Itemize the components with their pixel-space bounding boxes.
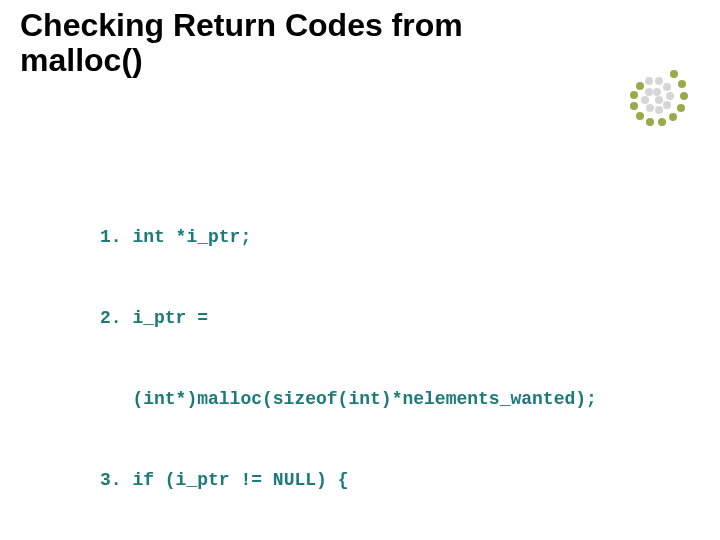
svg-point-13 [663, 83, 671, 91]
code-text: int *i_ptr; [132, 227, 251, 247]
svg-point-18 [641, 96, 649, 104]
code-line-1: 1. int *i_ptr; [100, 224, 660, 251]
svg-point-6 [646, 118, 654, 126]
svg-point-12 [655, 77, 663, 85]
svg-point-19 [645, 88, 653, 96]
line-number: 1. [100, 224, 122, 251]
code-text: if (i_ptr != NULL) { [132, 470, 348, 490]
line-number: 3. [100, 467, 122, 494]
svg-point-3 [677, 104, 685, 112]
svg-point-10 [636, 82, 644, 90]
svg-point-21 [655, 96, 663, 104]
svg-point-2 [680, 92, 688, 100]
svg-point-17 [646, 104, 654, 112]
line-number: 2. [100, 305, 122, 332]
svg-point-11 [645, 77, 653, 85]
svg-point-20 [653, 88, 661, 96]
slide-title: Checking Return Codes from malloc() [20, 8, 580, 78]
svg-point-5 [658, 118, 666, 126]
svg-point-8 [630, 102, 638, 110]
code-line-3: 3. if (i_ptr != NULL) { [100, 467, 660, 494]
code-text: (int*)malloc(sizeof(int)*nelements_wante… [132, 389, 596, 409]
dot-spiral-icon [612, 60, 692, 140]
corner-decoration [612, 60, 692, 140]
slide: Checking Return Codes from malloc() [0, 0, 720, 540]
svg-point-16 [655, 106, 663, 114]
svg-point-7 [636, 112, 644, 120]
code-text: i_ptr = [132, 308, 208, 328]
code-line-2b: (int*)malloc(sizeof(int)*nelements_wante… [100, 386, 660, 413]
svg-point-4 [669, 113, 677, 121]
svg-point-9 [630, 91, 638, 99]
svg-point-1 [678, 80, 686, 88]
svg-point-14 [666, 92, 674, 100]
svg-point-0 [670, 70, 678, 78]
code-line-2: 2. i_ptr = [100, 305, 660, 332]
svg-point-15 [663, 101, 671, 109]
code-listing: 1. int *i_ptr; 2. i_ptr = (int*)malloc(s… [100, 170, 660, 540]
